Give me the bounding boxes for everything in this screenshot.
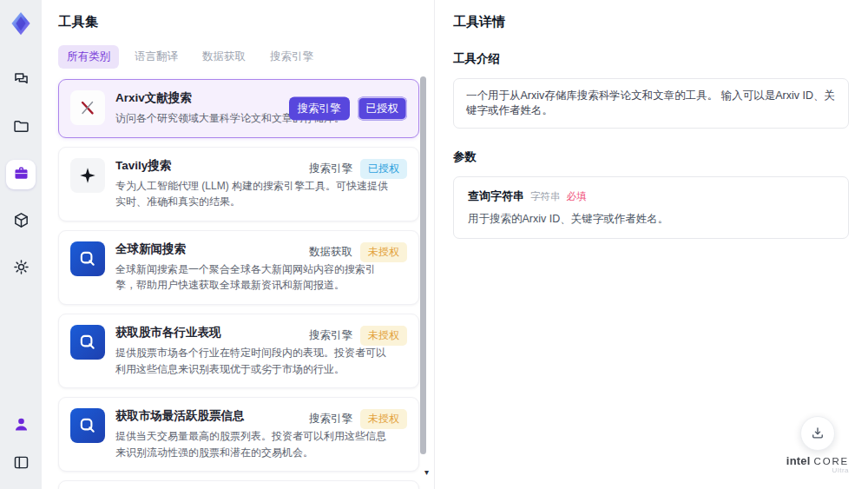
tool-description: 提供当天交易量最高的股票列表。投资者可以利用这些信息来识别流动性强的股票和潜在的… — [115, 428, 391, 460]
tools-panel: 工具集 所有类别语言翻译数据获取搜索引擎 Arxiv文献搜索访问各个研究领域大量… — [42, 0, 434, 489]
category-label: 数据获取 — [309, 245, 352, 260]
category-label: 搜索引擎 — [309, 162, 352, 176]
sidebar-item-chat[interactable] — [6, 66, 36, 96]
tool-card[interactable]: 获取市场最活跃股票信息提供当天交易量最高的股票列表。投资者可以利用这些信息来识别… — [58, 397, 419, 472]
sidebar-item-cube[interactable] — [6, 207, 36, 236]
chat-icon — [12, 70, 30, 91]
sidebar-item-folder[interactable] — [6, 113, 36, 142]
param-type: 字符串 — [530, 190, 561, 203]
param-list: 查询字符串字符串必填用于搜索的Arxiv ID、关键字或作者姓名。 — [453, 176, 849, 239]
download-button[interactable] — [800, 416, 835, 451]
category-badge: 搜索引擎 — [289, 96, 350, 120]
category-tabs: 所有类别语言翻译数据获取搜索引擎 — [58, 45, 434, 69]
auth-badge: 已授权 — [360, 159, 407, 179]
briefcase-icon — [12, 164, 30, 185]
cube-icon — [12, 211, 30, 232]
app-logo-icon — [6, 9, 36, 38]
tool-card[interactable]: Arxiv文献搜索访问各个研究领域大量科学论文和文章的存储库。搜索引擎已授权 — [58, 79, 419, 138]
param-head: 查询字符串字符串必填 — [468, 188, 834, 204]
tool-badges: 数据获取未授权 — [309, 242, 407, 262]
intro-box: 一个用于从Arxiv存储库搜索科学论文和文章的工具。 输入可以是Arxiv ID… — [453, 78, 849, 129]
tab-category-2[interactable]: 数据获取 — [194, 45, 254, 69]
tool-badges: 搜索引擎未授权 — [309, 326, 407, 346]
brand-sub: Ultra — [832, 467, 849, 475]
tool-description: 专为人工智能代理 (LLM) 构建的搜索引擎工具。可快速提供实时、准确和真实的结… — [115, 178, 391, 210]
auth-badge: 未授权 — [360, 242, 407, 262]
corner-area: intelCORE Ultra — [786, 416, 849, 475]
sidebar-bottom — [6, 411, 36, 479]
gear-icon — [12, 258, 30, 279]
sidebar-item-panel[interactable] — [6, 449, 36, 479]
arxiv-icon — [70, 90, 105, 125]
sidebar-item-briefcase[interactable] — [6, 160, 36, 189]
sidebar-item-user[interactable] — [6, 411, 36, 440]
tool-card-list: Arxiv文献搜索访问各个研究领域大量科学论文和文章的存储库。搜索引擎已授权Ta… — [58, 79, 419, 489]
download-icon — [810, 426, 825, 441]
tool-description: 全球新闻搜索是一个聚合全球各大新闻网站内容的搜索引擎，帮助用户快速获取全球最新资… — [115, 261, 391, 294]
search-app-icon — [70, 325, 105, 360]
category-label: 搜索引擎 — [309, 412, 352, 426]
page-title: 工具集 — [58, 14, 434, 30]
scroll-down-icon[interactable]: ▾ — [424, 468, 429, 477]
sidebar-item-gear[interactable] — [6, 254, 36, 283]
category-label: 搜索引擎 — [309, 328, 352, 343]
auth-badge: 已授权 — [358, 96, 408, 120]
tool-badges: 搜索引擎已授权 — [289, 96, 408, 120]
tool-card[interactable]: 全球新闻搜索全球新闻搜索是一个聚合全球各大新闻网站内容的搜索引擎，帮助用户快速获… — [58, 230, 419, 305]
tab-category-3[interactable]: 搜索引擎 — [261, 45, 322, 69]
sidebar — [0, 0, 42, 489]
intel-core-logo: intelCORE Ultra — [786, 455, 849, 475]
tavily-star-icon — [70, 158, 105, 193]
tool-description: 提供股票市场各个行业在特定时间段内的表现。投资者可以利用这些信息来识别表现优于或… — [115, 345, 391, 377]
folder-icon — [12, 117, 30, 138]
tool-badges: 搜索引擎未授权 — [309, 409, 407, 429]
search-app-icon — [70, 241, 105, 276]
user-icon — [12, 415, 30, 436]
intro-heading: 工具介绍 — [453, 51, 849, 67]
tab-category-1[interactable]: 语言翻译 — [126, 45, 187, 69]
tool-card[interactable]: 获取股市各行业表现提供股票市场各个行业在特定时间段内的表现。投资者可以利用这些信… — [58, 314, 419, 388]
tab-category-0[interactable]: 所有类别 — [58, 45, 119, 69]
sidebar-nav — [6, 66, 36, 283]
params-heading: 参数 — [453, 149, 849, 165]
brand-core: CORE — [814, 456, 849, 466]
scrollbar-thumb[interactable] — [420, 76, 426, 454]
scrollbar[interactable] — [420, 76, 426, 469]
detail-title: 工具详情 — [453, 14, 849, 30]
param-card: 查询字符串字符串必填用于搜索的Arxiv ID、关键字或作者姓名。 — [453, 176, 849, 239]
tool-badges: 搜索引擎已授权 — [309, 159, 407, 179]
brand-intel: intel — [786, 454, 811, 467]
param-description: 用于搜索的Arxiv ID、关键字或作者姓名。 — [468, 212, 834, 227]
auth-badge: 未授权 — [360, 409, 407, 429]
param-name: 查询字符串 — [468, 188, 524, 204]
auth-badge: 未授权 — [360, 326, 407, 346]
tool-card[interactable]: 万维地区新闻查询查询具体行政区划内的新闻，快速了解各地新闻动搜索引擎未授权 — [58, 480, 419, 489]
tool-card[interactable]: Tavily搜索专为人工智能代理 (LLM) 构建的搜索引擎工具。可快速提供实时… — [58, 147, 419, 221]
app-root: 工具集 所有类别语言翻译数据获取搜索引擎 Arxiv文献搜索访问各个研究领域大量… — [0, 0, 868, 489]
param-required-badge: 必填 — [567, 190, 587, 203]
search-app-icon — [70, 408, 105, 443]
panel-icon — [12, 453, 30, 474]
intro-text: 一个用于从Arxiv存储库搜索科学论文和文章的工具。 输入可以是Arxiv ID… — [466, 89, 835, 116]
